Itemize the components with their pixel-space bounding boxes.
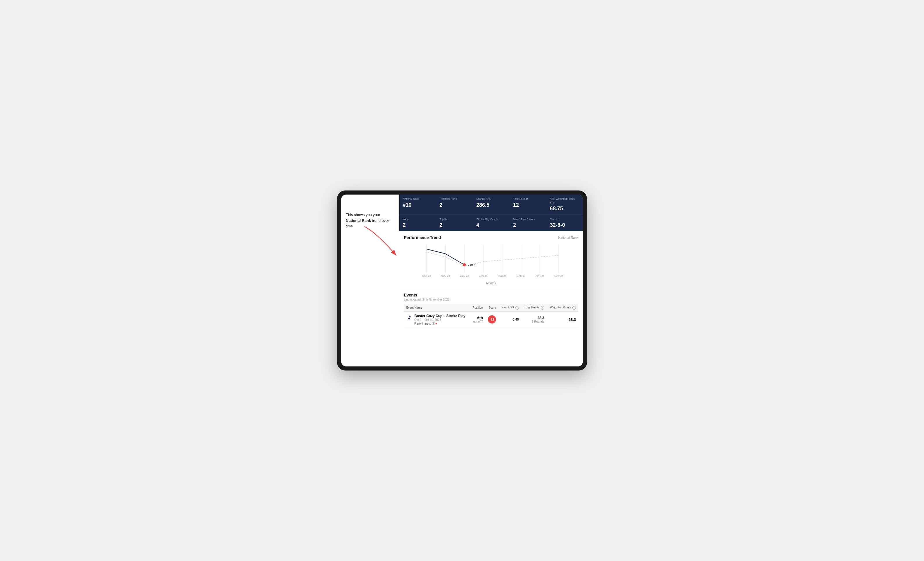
- table-row: Buster Cozy Cup – Stroke Play Oct 9 – Oc…: [404, 311, 578, 328]
- stat-match-play-events: Match Play Events 2: [510, 215, 546, 232]
- content-area: National Rank #10 Regional Rank 2 Scorin…: [399, 194, 583, 367]
- performance-trend-title: Performance Trend: [404, 235, 441, 240]
- stat-avg-weighted-points: Avg. Weighted Points i 68.75: [546, 194, 583, 215]
- svg-text:MAY 24: MAY 24: [554, 274, 563, 277]
- event-position-sub: out of 7: [472, 320, 483, 323]
- total-points-value: 28.3: [524, 316, 544, 320]
- events-section: Events Last updated: 24th November 2023 …: [399, 289, 583, 331]
- event-name-cell: Buster Cozy Cup – Stroke Play Oct 9 – Oc…: [404, 311, 470, 328]
- stat-record-label: Record: [550, 218, 579, 221]
- svg-text:OCT 23: OCT 23: [422, 274, 431, 277]
- stats-grid-row1: National Rank #10 Regional Rank 2 Scorin…: [399, 194, 583, 215]
- stat-scoring-avg: Scoring Avg. 286.5: [473, 194, 509, 215]
- rank-impact: Rank Impact: 3 ▼: [414, 322, 465, 325]
- event-details: Buster Cozy Cup – Stroke Play Oct 9 – Oc…: [414, 314, 465, 325]
- stat-wins-value: 2: [403, 222, 432, 228]
- info-icon-total-points: i: [541, 306, 544, 310]
- col-total-points: Total Points i: [521, 304, 546, 311]
- stat-top3s-value: 2: [440, 222, 469, 228]
- svg-text:MAR 24: MAR 24: [516, 274, 525, 277]
- events-table: Event Name Position Score Event SG i Tot…: [404, 304, 578, 328]
- stat-avg-weighted-label: Avg. Weighted Points i: [550, 197, 579, 204]
- info-icon-avg-weighted: i: [550, 201, 554, 204]
- svg-text:APR 24: APR 24: [536, 274, 544, 277]
- event-name: Buster Cozy Cup – Stroke Play: [414, 314, 465, 318]
- weighted-points-value: 28.3: [549, 317, 576, 322]
- event-date: Oct 9 – Oct 10, 2023: [414, 318, 465, 322]
- stat-match-play-value: 2: [513, 222, 543, 228]
- performance-trend-subtitle: National Rank: [558, 236, 578, 239]
- weighted-points-cell: 28.3: [546, 311, 578, 328]
- info-icon-weighted-points: i: [572, 306, 576, 310]
- stat-national-rank: National Rank #10: [399, 194, 436, 215]
- stat-scoring-avg-label: Scoring Avg.: [476, 197, 506, 201]
- rank-impact-arrow: ▼: [435, 322, 438, 325]
- event-position: 6th: [472, 316, 483, 320]
- annotation-text: This shows you your National Rank trend …: [346, 212, 394, 229]
- events-title: Events: [404, 293, 578, 297]
- stat-national-rank-label: National Rank: [403, 197, 432, 201]
- col-event-name: Event Name: [404, 304, 470, 311]
- golf-icon: [406, 314, 412, 320]
- stat-record: Record 32-8-0: [546, 215, 583, 232]
- stat-regional-rank: Regional Rank 2: [436, 194, 473, 215]
- total-points-cell: 28.3 3 Rounds: [521, 311, 546, 328]
- svg-text:DEC 23: DEC 23: [460, 274, 469, 277]
- stat-total-rounds-label: Total Rounds: [513, 197, 543, 201]
- stat-stroke-play-label: Stroke Play Events: [476, 218, 506, 221]
- stat-regional-rank-label: Regional Rank: [440, 197, 469, 201]
- performance-chart: • #10 OCT 23 NOV 23 DEC 23 JAN 24 FEB 24…: [404, 243, 578, 280]
- stat-stroke-play-events: Stroke Play Events 4: [473, 215, 509, 232]
- stat-scoring-avg-value: 286.5: [476, 202, 506, 208]
- stat-top3s: Top 3s 2: [436, 215, 473, 232]
- svg-text:• #10: • #10: [468, 264, 476, 267]
- stat-stroke-play-value: 4: [476, 222, 506, 228]
- annotation-text-part1: This shows you your: [346, 212, 380, 217]
- col-score: Score: [485, 304, 498, 311]
- rank-impact-text: Rank Impact: 3: [414, 322, 434, 325]
- stat-wins-label: Wins: [403, 218, 432, 221]
- stat-match-play-label: Match Play Events: [513, 218, 543, 221]
- info-icon-event-sg: i: [516, 306, 519, 310]
- svg-text:JAN 24: JAN 24: [479, 274, 488, 277]
- tablet-screen: This shows you your National Rank trend …: [341, 194, 583, 367]
- stats-grid-row2: Wins 2 Top 3s 2 Stroke Play Events 4 Mat…: [399, 215, 583, 232]
- stat-regional-rank-value: 2: [440, 202, 469, 208]
- event-name-container: Buster Cozy Cup – Stroke Play Oct 9 – Oc…: [406, 314, 468, 325]
- chart-container: • #10 OCT 23 NOV 23 DEC 23 JAN 24 FEB 24…: [404, 243, 578, 280]
- svg-rect-20: [409, 315, 410, 318]
- stat-wins: Wins 2: [399, 215, 436, 232]
- events-last-updated: Last updated: 24th November 2023: [404, 298, 578, 301]
- total-points-sub: 3 Rounds: [524, 320, 544, 323]
- annotation-area: This shows you your National Rank trend …: [341, 194, 399, 367]
- performance-trend-section: Performance Trend National Rank: [399, 231, 583, 289]
- stat-total-rounds: Total Rounds 12: [510, 194, 546, 215]
- score-badge: -22: [488, 315, 496, 323]
- event-sg-cell: 0.45: [499, 311, 521, 328]
- svg-point-9: [463, 263, 466, 266]
- stat-record-value: 32-8-0: [550, 222, 579, 228]
- annotation-bold: National Rank: [346, 218, 371, 223]
- stat-top3s-label: Top 3s: [440, 218, 469, 221]
- events-table-header-row: Event Name Position Score Event SG i Tot…: [404, 304, 578, 311]
- stat-total-rounds-value: 12: [513, 202, 543, 208]
- svg-text:NOV 23: NOV 23: [441, 274, 450, 277]
- performance-trend-header: Performance Trend National Rank: [404, 235, 578, 240]
- event-score-cell: -22: [485, 311, 498, 328]
- stat-avg-weighted-value: 68.75: [550, 206, 579, 212]
- stat-national-rank-value: #10: [403, 202, 432, 208]
- col-weighted-points: Weighted Points i: [546, 304, 578, 311]
- event-sg-value: 0.45: [513, 318, 519, 321]
- svg-text:FEB 24: FEB 24: [498, 274, 506, 277]
- col-event-sg: Event SG i: [499, 304, 521, 311]
- tablet-frame: This shows you your National Rank trend …: [337, 190, 587, 371]
- col-position: Position: [470, 304, 485, 311]
- x-axis-label: Months: [404, 282, 578, 285]
- event-position-cell: 6th out of 7: [470, 311, 485, 328]
